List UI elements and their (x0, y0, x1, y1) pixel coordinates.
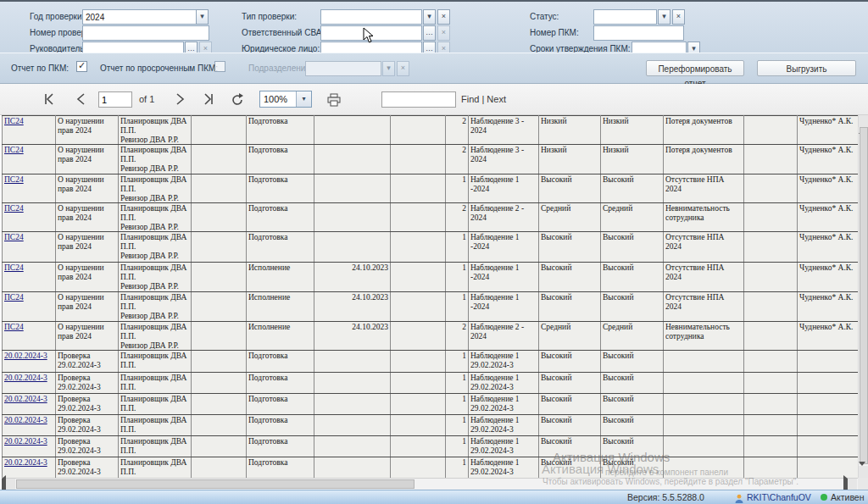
table-cell (664, 351, 744, 373)
report-link-cell[interactable]: 20.02.2024-3 (3, 415, 56, 436)
table-cell: Наблюдение 1 29.02.2024-3 (469, 394, 539, 415)
table-cell (192, 415, 247, 436)
report-link-cell[interactable]: ПС24 (3, 322, 56, 351)
previous-page-button[interactable] (71, 89, 92, 109)
table-cell: Подготовка (247, 174, 314, 203)
table-cell: 1 (446, 373, 469, 394)
print-icon[interactable] (324, 89, 344, 109)
status-filter-input[interactable] (593, 9, 657, 25)
horizontal-scrollbar[interactable] (2, 478, 858, 490)
refresh-icon[interactable] (227, 89, 248, 109)
table-cell: 2 (446, 116, 469, 145)
report-link[interactable]: ПС24 (4, 204, 24, 213)
table-cell: Высокий (601, 373, 664, 394)
chevron-down-icon[interactable]: ▾ (196, 9, 209, 25)
first-page-button[interactable] (39, 89, 59, 109)
table-cell: Высокий (601, 174, 664, 203)
check-number-filter-input[interactable] (82, 25, 209, 41)
table-row: 20.02.2024-3Проверка 29.02.2024-3Планиро… (3, 351, 860, 373)
table-row: 20.02.2024-3Проверка 29.02.2024-3Планиро… (3, 436, 860, 457)
responsible-sva-filter-input[interactable] (320, 25, 422, 41)
report-link[interactable]: ПС24 (4, 175, 24, 184)
report-link[interactable]: ПС24 (4, 263, 24, 272)
table-cell: 2 (446, 145, 469, 174)
table-cell: Высокий (601, 351, 664, 373)
report-link[interactable]: 20.02.2024-3 (4, 437, 47, 446)
table-cell: О нарушении прав 2024 (56, 292, 119, 322)
export-button[interactable]: Выгрузить (757, 60, 856, 76)
year-filter-input[interactable] (82, 9, 197, 25)
report-link[interactable]: 20.02.2024-3 (4, 352, 47, 360)
table-row: ПС24О нарушении прав 2024Планировщик ДВА… (3, 232, 860, 263)
find-input[interactable] (381, 91, 456, 108)
table-cell: Исполнение (247, 263, 314, 292)
report-link[interactable]: 20.02.2024-3 (4, 374, 47, 382)
table-cell (391, 351, 446, 373)
chevron-down-icon[interactable]: ▾ (423, 9, 436, 25)
scroll-up-icon[interactable] (859, 115, 868, 127)
report-link-cell[interactable]: ПС24 (3, 292, 56, 322)
report-link-cell[interactable]: 20.02.2024-3 (3, 373, 56, 394)
table-cell: Планировщик ДВА П.П. (119, 351, 192, 373)
report-link[interactable]: ПС24 (4, 146, 24, 154)
horizontal-scroll-thumb[interactable] (16, 479, 415, 489)
rebuild-report-button[interactable]: Переформировать отчет (646, 60, 744, 76)
table-cell (744, 457, 798, 479)
pkm-report-checkbox[interactable]: ✓ (76, 61, 87, 72)
report-link-cell[interactable]: 20.02.2024-3 (3, 457, 56, 479)
vertical-scrollbar[interactable] (858, 115, 868, 478)
table-cell (391, 436, 446, 457)
report-link[interactable]: ПС24 (4, 293, 24, 302)
table-cell: 24.10.2023 (314, 263, 391, 292)
report-link-cell[interactable]: ПС24 (3, 145, 56, 174)
report-link-cell[interactable]: ПС24 (3, 203, 56, 232)
vertical-scroll-thumb[interactable] (860, 127, 868, 464)
report-link[interactable]: 20.02.2024-3 (4, 395, 47, 403)
zoom-value: 100% (264, 94, 287, 104)
clear-icon[interactable]: × (437, 9, 450, 25)
scroll-down-icon[interactable] (859, 466, 868, 478)
chevron-down-icon[interactable]: ▾ (658, 9, 670, 25)
check-type-filter-input[interactable] (320, 9, 422, 25)
report-link[interactable]: 20.02.2024-3 (4, 458, 47, 467)
table-cell: Отсутствие НПА 2024 (664, 232, 744, 263)
report-link-cell[interactable]: 20.02.2024-3 (3, 351, 56, 373)
browse-icon[interactable]: … (423, 25, 436, 41)
scroll-right-icon[interactable] (843, 479, 857, 490)
table-cell: Подготовка (247, 116, 314, 145)
table-cell (744, 174, 798, 203)
table-row: ПС24О нарушении прав 2024Планировщик ДВА… (3, 292, 860, 322)
table-cell: Наблюдение 1 -2024 (469, 174, 539, 203)
table-cell: 1 (446, 232, 469, 263)
report-link-cell[interactable]: 20.02.2024-3 (3, 394, 56, 415)
report-link[interactable]: ПС24 (4, 233, 24, 241)
last-page-button[interactable] (198, 89, 219, 109)
clear-icon[interactable]: × (672, 9, 685, 25)
table-cell: Высокий (539, 394, 601, 415)
report-link[interactable]: ПС24 (4, 117, 24, 125)
chevron-down-icon: ▾ (382, 61, 395, 76)
report-link-cell[interactable]: ПС24 (3, 174, 56, 203)
report-link-cell[interactable]: ПС24 (3, 116, 56, 145)
report-link[interactable]: ПС24 (4, 323, 24, 331)
table-row: ПС24О нарушении прав 2024Планировщик ДВА… (3, 116, 860, 145)
scroll-left-icon[interactable] (2, 479, 15, 490)
table-cell (391, 322, 446, 351)
report-link-cell[interactable]: ПС24 (3, 263, 56, 292)
page-number-input[interactable] (98, 91, 132, 108)
table-cell: Наблюдение 1 29.02.2024-3 (469, 436, 539, 457)
overdue-report-checkbox[interactable] (214, 61, 225, 72)
table-cell: Планировщик ДВА П.П. Ревизор ДВА Р.Р. (119, 322, 192, 351)
next-page-button[interactable] (170, 89, 190, 109)
zoom-select[interactable]: 100% ▾ (259, 91, 312, 108)
report-link-cell[interactable]: 20.02.2024-3 (3, 436, 56, 457)
pkm-number-filter-input[interactable] (593, 25, 684, 41)
find-next-links[interactable]: Find | Next (461, 94, 506, 104)
report-link[interactable]: 20.02.2024-3 (4, 416, 47, 424)
table-cell (744, 116, 798, 145)
report-link-cell[interactable]: ПС24 (3, 232, 56, 263)
table-cell: Исполнение (247, 292, 314, 322)
table-cell (192, 351, 247, 373)
table-cell (192, 232, 247, 263)
chevron-down-icon[interactable]: ▾ (296, 91, 311, 107)
